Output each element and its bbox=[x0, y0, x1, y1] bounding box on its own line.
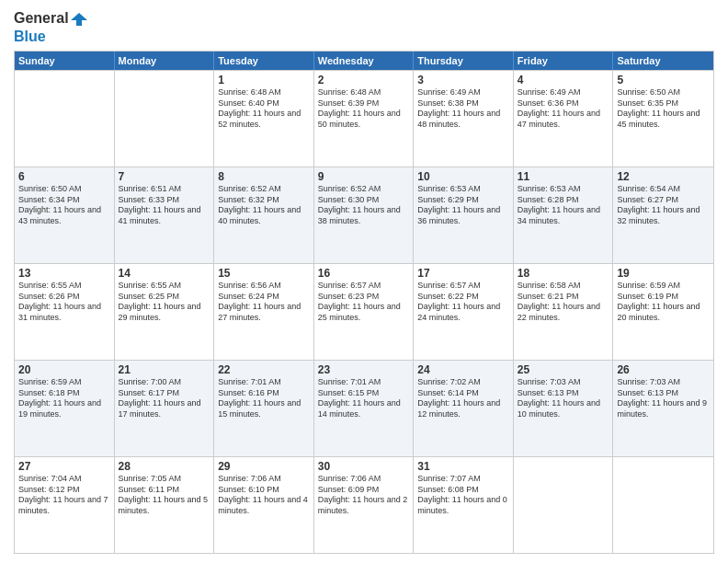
calendar-cell: 27Sunrise: 7:04 AM Sunset: 6:12 PM Dayli… bbox=[15, 457, 115, 553]
cell-info: Sunrise: 6:48 AM Sunset: 6:39 PM Dayligh… bbox=[318, 87, 410, 131]
logo-bird-icon bbox=[71, 11, 87, 28]
logo-text: GeneralBlue bbox=[14, 9, 87, 45]
day-number: 19 bbox=[617, 267, 710, 280]
cell-info: Sunrise: 6:51 AM Sunset: 6:33 PM Dayligh… bbox=[119, 184, 210, 227]
cell-info: Sunrise: 6:59 AM Sunset: 6:19 PM Dayligh… bbox=[617, 281, 710, 324]
calendar-cell: 16Sunrise: 6:57 AM Sunset: 6:23 PM Dayli… bbox=[314, 264, 415, 360]
day-number: 29 bbox=[218, 460, 310, 473]
calendar-row-1: 6Sunrise: 6:50 AM Sunset: 6:34 PM Daylig… bbox=[15, 167, 713, 263]
calendar-cell: 15Sunrise: 6:56 AM Sunset: 6:24 PM Dayli… bbox=[214, 264, 314, 360]
cell-info: Sunrise: 6:53 AM Sunset: 6:28 PM Dayligh… bbox=[518, 184, 609, 227]
calendar-cell: 1Sunrise: 6:48 AM Sunset: 6:40 PM Daylig… bbox=[214, 71, 314, 167]
cell-info: Sunrise: 6:55 AM Sunset: 6:25 PM Dayligh… bbox=[119, 281, 210, 324]
day-number: 18 bbox=[518, 267, 609, 280]
calendar-cell: 14Sunrise: 6:55 AM Sunset: 6:25 PM Dayli… bbox=[115, 264, 215, 360]
calendar-cell: 4Sunrise: 6:49 AM Sunset: 6:36 PM Daylig… bbox=[514, 71, 614, 167]
calendar-cell bbox=[115, 71, 215, 167]
day-number: 16 bbox=[318, 267, 410, 280]
day-number: 4 bbox=[518, 74, 609, 86]
calendar-cell: 23Sunrise: 7:01 AM Sunset: 6:15 PM Dayli… bbox=[314, 361, 415, 456]
header-day-wednesday: Wednesday bbox=[314, 52, 415, 70]
cell-info: Sunrise: 6:56 AM Sunset: 6:24 PM Dayligh… bbox=[218, 281, 310, 324]
calendar-cell: 20Sunrise: 6:59 AM Sunset: 6:18 PM Dayli… bbox=[15, 361, 115, 456]
day-number: 25 bbox=[518, 363, 609, 376]
calendar-cell: 22Sunrise: 7:01 AM Sunset: 6:16 PM Dayli… bbox=[214, 361, 314, 456]
day-number: 10 bbox=[417, 170, 509, 183]
day-number: 24 bbox=[417, 363, 509, 376]
cell-info: Sunrise: 6:49 AM Sunset: 6:38 PM Dayligh… bbox=[417, 87, 509, 131]
day-number: 6 bbox=[18, 170, 110, 183]
calendar-cell: 13Sunrise: 6:55 AM Sunset: 6:26 PM Dayli… bbox=[15, 264, 115, 360]
day-number: 23 bbox=[318, 363, 410, 376]
day-number: 14 bbox=[119, 267, 210, 280]
logo: GeneralBlue bbox=[14, 9, 87, 45]
calendar-cell: 24Sunrise: 7:02 AM Sunset: 6:14 PM Dayli… bbox=[414, 361, 514, 456]
cell-info: Sunrise: 6:57 AM Sunset: 6:23 PM Dayligh… bbox=[318, 281, 410, 324]
day-number: 3 bbox=[417, 74, 509, 86]
cell-info: Sunrise: 7:02 AM Sunset: 6:14 PM Dayligh… bbox=[417, 377, 509, 420]
calendar-cell: 28Sunrise: 7:05 AM Sunset: 6:11 PM Dayli… bbox=[115, 457, 215, 553]
day-number: 30 bbox=[318, 460, 410, 473]
cell-info: Sunrise: 7:06 AM Sunset: 6:10 PM Dayligh… bbox=[218, 474, 310, 517]
day-number: 31 bbox=[417, 460, 509, 473]
day-number: 11 bbox=[518, 170, 609, 183]
calendar-row-0: 1Sunrise: 6:48 AM Sunset: 6:40 PM Daylig… bbox=[15, 70, 713, 167]
cell-info: Sunrise: 6:52 AM Sunset: 6:30 PM Dayligh… bbox=[318, 184, 410, 227]
calendar-cell: 30Sunrise: 7:06 AM Sunset: 6:09 PM Dayli… bbox=[314, 457, 415, 553]
page: GeneralBlue SundayMondayTuesdayWednesday… bbox=[0, 0, 728, 563]
cell-info: Sunrise: 6:49 AM Sunset: 6:36 PM Dayligh… bbox=[518, 87, 609, 131]
header-day-thursday: Thursday bbox=[414, 52, 514, 70]
calendar-cell: 21Sunrise: 7:00 AM Sunset: 6:17 PM Dayli… bbox=[115, 361, 215, 456]
day-number: 12 bbox=[617, 170, 710, 183]
calendar-cell: 25Sunrise: 7:03 AM Sunset: 6:13 PM Dayli… bbox=[514, 361, 614, 456]
calendar-cell: 10Sunrise: 6:53 AM Sunset: 6:29 PM Dayli… bbox=[414, 167, 514, 263]
cell-info: Sunrise: 6:54 AM Sunset: 6:27 PM Dayligh… bbox=[617, 184, 710, 227]
day-number: 20 bbox=[18, 363, 110, 376]
cell-info: Sunrise: 6:58 AM Sunset: 6:21 PM Dayligh… bbox=[518, 281, 609, 324]
header: GeneralBlue bbox=[14, 9, 714, 45]
calendar-cell bbox=[613, 457, 713, 553]
calendar-body: 1Sunrise: 6:48 AM Sunset: 6:40 PM Daylig… bbox=[15, 70, 713, 553]
cell-info: Sunrise: 6:55 AM Sunset: 6:26 PM Dayligh… bbox=[18, 281, 110, 324]
cell-info: Sunrise: 6:52 AM Sunset: 6:32 PM Dayligh… bbox=[218, 184, 310, 227]
calendar-cell: 17Sunrise: 6:57 AM Sunset: 6:22 PM Dayli… bbox=[414, 264, 514, 360]
cell-info: Sunrise: 7:03 AM Sunset: 6:13 PM Dayligh… bbox=[518, 377, 609, 420]
cell-info: Sunrise: 7:03 AM Sunset: 6:13 PM Dayligh… bbox=[617, 377, 710, 420]
day-number: 21 bbox=[119, 363, 210, 376]
calendar-cell: 29Sunrise: 7:06 AM Sunset: 6:10 PM Dayli… bbox=[214, 457, 314, 553]
cell-info: Sunrise: 6:57 AM Sunset: 6:22 PM Dayligh… bbox=[417, 281, 509, 324]
day-number: 13 bbox=[18, 267, 110, 280]
calendar-cell: 5Sunrise: 6:50 AM Sunset: 6:35 PM Daylig… bbox=[613, 71, 713, 167]
cell-info: Sunrise: 7:05 AM Sunset: 6:11 PM Dayligh… bbox=[119, 474, 210, 517]
calendar-row-2: 13Sunrise: 6:55 AM Sunset: 6:26 PM Dayli… bbox=[15, 263, 713, 360]
calendar-header: SundayMondayTuesdayWednesdayThursdayFrid… bbox=[15, 52, 713, 70]
calendar-cell: 6Sunrise: 6:50 AM Sunset: 6:34 PM Daylig… bbox=[15, 167, 115, 263]
day-number: 1 bbox=[218, 74, 310, 86]
cell-info: Sunrise: 6:59 AM Sunset: 6:18 PM Dayligh… bbox=[18, 377, 110, 420]
calendar-cell: 31Sunrise: 7:07 AM Sunset: 6:08 PM Dayli… bbox=[414, 457, 514, 553]
cell-info: Sunrise: 6:48 AM Sunset: 6:40 PM Dayligh… bbox=[218, 87, 310, 131]
calendar-cell bbox=[15, 71, 115, 167]
cell-info: Sunrise: 6:53 AM Sunset: 6:29 PM Dayligh… bbox=[417, 184, 509, 227]
calendar-cell: 12Sunrise: 6:54 AM Sunset: 6:27 PM Dayli… bbox=[613, 167, 713, 263]
calendar-cell: 3Sunrise: 6:49 AM Sunset: 6:38 PM Daylig… bbox=[414, 71, 514, 167]
header-day-sunday: Sunday bbox=[15, 52, 115, 70]
day-number: 9 bbox=[318, 170, 410, 183]
calendar-cell: 18Sunrise: 6:58 AM Sunset: 6:21 PM Dayli… bbox=[514, 264, 614, 360]
day-number: 28 bbox=[119, 460, 210, 473]
calendar: SundayMondayTuesdayWednesdayThursdayFrid… bbox=[14, 51, 714, 554]
day-number: 8 bbox=[218, 170, 310, 183]
calendar-row-4: 27Sunrise: 7:04 AM Sunset: 6:12 PM Dayli… bbox=[15, 456, 713, 553]
day-number: 5 bbox=[617, 74, 710, 86]
day-number: 26 bbox=[617, 363, 710, 376]
day-number: 22 bbox=[218, 363, 310, 376]
cell-info: Sunrise: 7:06 AM Sunset: 6:09 PM Dayligh… bbox=[318, 474, 410, 517]
calendar-cell: 19Sunrise: 6:59 AM Sunset: 6:19 PM Dayli… bbox=[613, 264, 713, 360]
header-day-saturday: Saturday bbox=[613, 52, 713, 70]
cell-info: Sunrise: 6:50 AM Sunset: 6:34 PM Dayligh… bbox=[18, 184, 110, 227]
svg-marker-0 bbox=[71, 13, 87, 26]
calendar-row-3: 20Sunrise: 6:59 AM Sunset: 6:18 PM Dayli… bbox=[15, 360, 713, 456]
calendar-cell: 11Sunrise: 6:53 AM Sunset: 6:28 PM Dayli… bbox=[514, 167, 614, 263]
day-number: 7 bbox=[119, 170, 210, 183]
cell-info: Sunrise: 7:07 AM Sunset: 6:08 PM Dayligh… bbox=[417, 474, 509, 517]
